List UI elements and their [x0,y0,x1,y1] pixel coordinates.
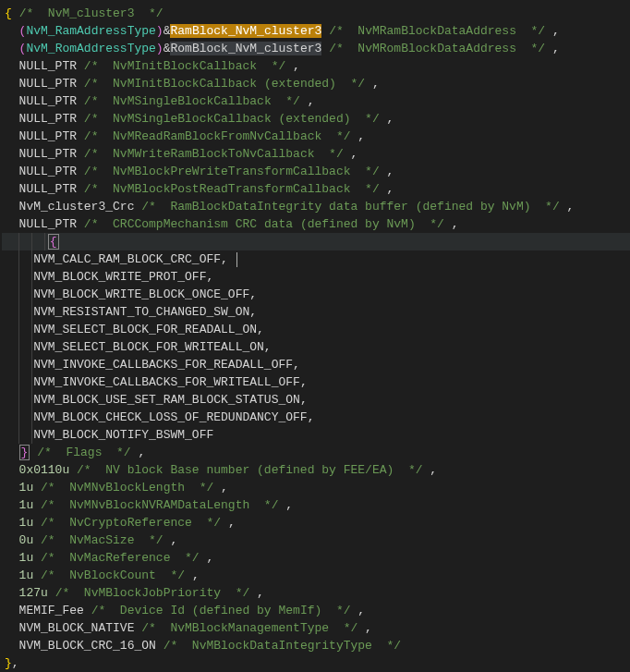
code-token: /* NvMRomBlockDataAddress */ [329,42,545,55]
code-token [48,586,55,600]
indent [5,568,19,582]
code-line[interactable]: NULL_PTR /* NvMBlockPreWriteTransformCal… [2,163,630,180]
code-line[interactable]: NULL_PTR /* NvMInitBlockCallback (extend… [2,75,630,92]
code-token [321,24,329,38]
code-line[interactable]: NvM_cluster3_Crc /* RamBlockDataIntegrit… [2,198,630,215]
code-token: , [206,551,213,565]
code-line[interactable]: 1u /* NvMNvBlockNVRAMDataLength */ , [2,496,630,514]
code-token [33,568,41,582]
indent [5,77,19,91]
code-token [77,147,84,161]
code-token [344,147,351,161]
code-line[interactable]: NVM_BLOCK_NATIVE /* NvMBlockManagementTy… [2,619,630,637]
code-token [545,24,552,38]
code-line[interactable]: NVM_BLOCK_WRITE_BLOCK_ONCE_OFF, [2,286,630,303]
code-token: NVM_BLOCK_NOTIFY_BSWM_OFF [33,428,213,442]
code-token: /* NvMRamBlockDataAddress */ [329,24,545,38]
code-line[interactable]: NULL_PTR /* NvMBlockPostReadTransformCal… [2,180,630,198]
code-line[interactable]: NVM_BLOCK_WRITE_PROT_OFF, [2,268,630,286]
indent [5,112,19,126]
code-token: , [293,59,300,73]
code-token [77,59,84,73]
code-line[interactable]: MEMIF_Fee /* Device Id (defined by MemIf… [2,602,630,619]
code-line[interactable]: NULL_PTR /* NvMSingleBlockCallback (exte… [2,110,630,128]
code-line[interactable]: (NvM_RamAddressType)&RamBlock_NvM_cluste… [2,22,630,40]
code-token: , [249,287,257,301]
code-line[interactable]: 0x0110u /* NV block Base number (defined… [2,461,630,479]
code-line[interactable]: NVM_INVOKE_CALLBACKS_FOR_WRITEALL_OFF, [2,373,630,391]
code-token: /* NvCryptoReference */ [41,516,221,530]
code-token: NVM_BLOCK_WRITE_BLOCK_ONCE_OFF [33,287,249,301]
code-token: , [192,568,200,582]
code-token: NVM_BLOCK_NATIVE [19,621,135,635]
code-token [77,77,84,91]
code-line[interactable]: { /* NvM_cluster3 */ [2,5,630,22]
indent [5,498,19,512]
code-token [77,129,84,143]
code-token: 0u [19,533,34,547]
code-line[interactable]: NVM_BLOCK_NOTIFY_BSWM_OFF [2,426,630,444]
code-token [236,252,237,267]
code-token [380,165,387,178]
code-token: /* RamBlockDataIntegrity data buffer (de… [141,200,559,214]
indent [5,551,19,565]
code-token: NULL_PTR [19,182,77,196]
code-token: NVM_INVOKE_CALLBACKS_FOR_READALL_OFF [33,358,293,372]
code-line[interactable]: NVM_BLOCK_CHECK_LOSS_OF_REDUNDANCY_OFF, [2,409,630,426]
code-token: , [249,305,257,319]
code-line[interactable]: 1u /* NvMNvBlockLength */ , [2,479,630,496]
code-token [221,516,228,530]
code-token: , [308,410,315,424]
code-line[interactable]: } /* Flags */ , [2,444,630,461]
indent [5,604,19,617]
code-line[interactable]: (NvM_RomAddressType)&RomBlock_NvM_cluste… [2,40,630,57]
code-token: 127u [19,586,48,600]
code-line[interactable]: NULL_PTR /* NvMInitBlockCallback */ , [2,57,630,75]
code-line[interactable]: NVM_BLOCK_USE_SET_RAM_BLOCK_STATUS_ON, [2,391,630,409]
code-line[interactable]: NULL_PTR /* NvMSingleBlockCallback */ , [2,92,630,110]
code-line[interactable]: NVM_CALC_RAM_BLOCK_CRC_OFF, [2,250,630,268]
code-token: NVM_INVOKE_CALLBACKS_FOR_WRITEALL_OFF [33,375,300,389]
code-token: NULL_PTR [19,147,77,161]
code-line[interactable]: NVM_RESISTANT_TO_CHANGED_SW_ON, [2,303,630,321]
code-token [33,516,41,530]
code-line[interactable]: 1u /* NvMacReference */ , [2,549,630,567]
indent [5,59,19,73]
code-line[interactable]: NULL_PTR /* NvMReadRamBlockFromNvCallbac… [2,128,630,145]
code-line[interactable]: NULL_PTR /* CRCCompMechanism CRC data (d… [2,215,630,233]
code-token [228,252,236,266]
code-line[interactable]: 1u /* NvBlockCount */ , [2,567,630,584]
code-token: NULL_PTR [19,129,77,143]
code-editor[interactable]: { /* NvM_cluster3 */ (NvM_RamAddressType… [0,0,630,672]
code-line[interactable]: 127u /* NvMBlockJobPriority */ , [2,584,630,602]
code-token: NVM_RESISTANT_TO_CHANGED_SW_ON [33,305,249,319]
indent [5,639,19,653]
code-token [213,481,221,495]
code-token: NULL_PTR [19,112,77,126]
code-token: { [48,234,59,250]
code-token [545,42,552,55]
code-token: /* CRCCompMechanism CRC data (defined by… [84,217,444,231]
code-line[interactable]: NVM_SELECT_BLOCK_FOR_WRITEALL_ON, [2,338,630,356]
code-line[interactable]: NULL_PTR /* NvMWriteRamBlockToNvCallback… [2,145,630,163]
code-token [380,112,387,126]
code-token: RamBlock_NvM_cluster3 [170,24,321,38]
code-token: , [257,323,264,336]
indent [5,42,19,55]
code-token: , [293,358,300,372]
code-token: NVM_BLOCK_USE_SET_RAM_BLOCK_STATUS_ON [33,393,300,407]
code-token: 1u [19,516,34,530]
code-token: } [19,445,30,460]
code-line[interactable]: { [2,233,630,250]
code-token: NvM_cluster3_Crc [19,200,135,214]
code-token: , [387,165,394,178]
indent [5,586,19,600]
code-token [69,463,77,477]
code-token: NULL_PTR [19,94,77,108]
code-line[interactable]: NVM_INVOKE_CALLBACKS_FOR_READALL_OFF, [2,356,630,373]
code-line[interactable]: 1u /* NvCryptoReference */ , [2,514,630,531]
code-line[interactable]: NVM_BLOCK_CRC_16_ON /* NvMBlockDataInteg… [2,637,630,654]
code-line[interactable]: 0u /* NvMacSize */ , [2,531,630,549]
code-line[interactable]: NVM_SELECT_BLOCK_FOR_READALL_ON, [2,321,630,338]
code-line[interactable]: }, [2,654,630,672]
